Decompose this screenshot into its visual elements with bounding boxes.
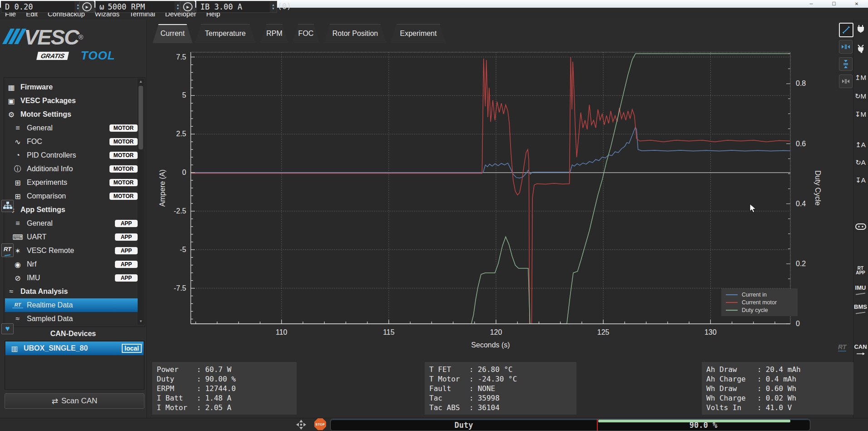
sidebar-item-realtime-data[interactable]: RTRealtime Data	[5, 298, 138, 312]
svg-text:0.6: 0.6	[796, 140, 806, 148]
svg-text:0.4: 0.4	[796, 200, 806, 208]
duty-step-spinbox[interactable]: D 0.20 ▲▼	[1, 1, 82, 13]
sidebar-item-experiments[interactable]: ⊞ExperimentsMOTOR	[5, 176, 138, 189]
legend-line-duty-cycle	[726, 310, 738, 311]
scrollbar-thumb[interactable]	[139, 86, 143, 149]
telemetry-panel-temps: T FET:26.80 °C T Motor:-24.30 °C Fault:N…	[425, 362, 576, 415]
stop-sign-icon: STOP	[314, 418, 326, 430]
tab-experiment[interactable]: Experiment	[391, 24, 446, 43]
svg-text:-5: -5	[180, 246, 186, 253]
arrow-right-icon	[856, 352, 865, 356]
tab-temperature[interactable]: Temperature	[195, 24, 256, 43]
spin-arrows[interactable]: ▲▼	[270, 1, 277, 12]
duty-slider-value: 90.0 %	[597, 419, 810, 431]
duty-slider-label: Duty	[331, 419, 597, 431]
gamepad-icon[interactable]	[853, 223, 868, 231]
svg-text:0.2: 0.2	[796, 260, 806, 268]
vesc-logo: VESC ® GRATIS TOOL	[6, 26, 143, 63]
sidebar-item-app-general[interactable]: ≡GeneralAPP	[5, 217, 138, 230]
svg-text:Seconds (s): Seconds (s)	[471, 341, 510, 349]
sidebar-item-nrf[interactable]: ◉NrfAPP	[5, 258, 138, 271]
close-button[interactable]: ✕	[845, 0, 868, 8]
duty-slider[interactable]: Duty 90.0 %	[330, 419, 810, 431]
legend-line-current-in	[726, 294, 738, 295]
read-app-config-button[interactable]: ↥A	[853, 141, 868, 149]
scroll-down-icon[interactable]: ▼	[138, 318, 144, 325]
telemetry-panel-energy: Ah Draw:20.4 mAh Ah Charge:0.4 mAh Wh Dr…	[702, 362, 853, 415]
rpm-spinbox[interactable]: ω 5000 RPM ▲▼	[95, 1, 182, 13]
sidebar-item-pid-controllers[interactable]: ◔PID ControllersMOTOR	[5, 149, 138, 162]
write-motor-config-button[interactable]: ↧M	[853, 110, 868, 119]
sidebar-item-app-settings[interactable]: ⇉App Settings	[5, 203, 138, 217]
can-forward-button[interactable]: CAN	[853, 343, 868, 357]
gauge-icon: ◔	[12, 151, 23, 159]
scan-can-button[interactable]: ⇄ Scan CAN	[5, 393, 144, 409]
network-nodes-icon	[3, 201, 13, 210]
svg-text:5: 5	[182, 91, 186, 99]
bms-wave-icon	[856, 310, 865, 314]
reload-motor-config-button[interactable]: ↻M	[853, 92, 868, 100]
sidebar-item-vesc-packages[interactable]: ▣VESC Packages	[5, 94, 138, 108]
fit-x-button[interactable]	[839, 74, 853, 88]
play-icon: ▶	[82, 2, 92, 11]
zoom-y-button[interactable]	[839, 57, 853, 71]
scroll-up-icon[interactable]: ▲	[138, 79, 144, 85]
realtime-chart[interactable]: 1101151201251307.552.50-2.5-5-7.50.80.60…	[152, 43, 838, 361]
stator-gear-icon: ⚙	[6, 110, 17, 119]
sidebar-item-firmware[interactable]: ▦Firmware	[5, 80, 138, 94]
calculator-icon: ⊞	[12, 178, 23, 187]
sidebar-item-motor-general[interactable]: ≡GeneralMOTOR	[5, 121, 138, 135]
zoom-x-button[interactable]	[839, 40, 853, 54]
can-network-button[interactable]	[1, 200, 14, 212]
connect-plug-icon[interactable]	[853, 24, 868, 35]
svg-text:2.5: 2.5	[176, 130, 186, 138]
package-box-icon: ▣	[6, 97, 17, 105]
vesc-tool-window: { "window": {"title":"VESC Tool","minimi…	[0, 0, 868, 431]
minimize-button[interactable]: ─	[800, 0, 823, 8]
keyboard-control-button[interactable]	[295, 419, 307, 431]
logo-registered: ®	[79, 34, 83, 41]
logo-brand: VESC	[24, 26, 79, 48]
svg-text:Ampere (A): Ampere (A)	[159, 169, 166, 207]
waveform-icon: ≈	[6, 287, 17, 296]
collapse-horizontal-icon	[841, 77, 850, 86]
run-rpm-button[interactable]: ▶	[180, 1, 195, 13]
horizontal-arrows-icon	[841, 42, 850, 51]
sidebar-item-sampled-data[interactable]: ≈Sampled Data	[5, 312, 138, 326]
maximize-button[interactable]: ☐	[823, 0, 845, 8]
zoom-xy-button[interactable]	[839, 23, 853, 37]
sidebar-scrollbar[interactable]: ▲ ▼	[138, 79, 144, 325]
emergency-stop-button[interactable]: STOP	[314, 418, 326, 430]
sidebar-item-comparison[interactable]: ⊞ComparisonMOTOR	[5, 189, 138, 203]
sidebar-item-additional-info[interactable]: ⓘAdditional InfoMOTOR	[5, 162, 138, 176]
bms-data-button[interactable]: BMS	[853, 303, 868, 313]
reload-app-config-button[interactable]: ↻A	[853, 159, 868, 167]
run-duty-button[interactable]: ▶	[79, 1, 94, 13]
sidebar-item-uart[interactable]: ⌨UARTAPP	[5, 230, 138, 244]
imu-data-button[interactable]: IMU	[853, 284, 868, 294]
tab-current[interactable]: Current	[153, 24, 193, 43]
rt-watermark-icon: RT	[838, 343, 846, 352]
read-motor-config-button[interactable]: ↥M	[853, 74, 868, 82]
sidebar-item-motor-settings[interactable]: ⚙Motor Settings	[5, 108, 138, 121]
sliders-icon: ≡	[12, 124, 23, 132]
heart-button[interactable]: ♥	[1, 323, 14, 334]
svg-text:7.5: 7.5	[176, 53, 186, 61]
disconnect-plug-icon[interactable]	[853, 44, 868, 55]
sidebar-item-imu[interactable]: ⊘IMUAPP	[5, 271, 138, 285]
write-app-config-button[interactable]: ↧A	[853, 176, 868, 184]
svg-text:Duty Cycle: Duty Cycle	[814, 170, 822, 205]
current-spinbox[interactable]: IB 3.00 A ▲▼	[196, 1, 277, 13]
sidebar-nav-list: ▦Firmware ▣VESC Packages ⚙Motor Settings…	[4, 77, 145, 327]
tab-rotor-position[interactable]: Rotor Position	[324, 24, 387, 43]
svg-text:0: 0	[182, 168, 186, 176]
sidebar-item-data-analysis[interactable]: ≈Data Analysis	[5, 285, 138, 298]
realtime-app-data-button[interactable]: RT APP	[853, 266, 868, 275]
sidebar-item-vesc-remote[interactable]: ✶VESC RemoteAPP	[5, 244, 138, 258]
release-motor-button[interactable]: (0)	[276, 1, 293, 12]
realtime-data-toolbar-button[interactable]: RT	[1, 243, 14, 257]
can-device-row[interactable]: ▥ UBOX_SINGLE_80 local	[5, 342, 144, 355]
arrow-cross-icon	[295, 419, 307, 431]
firmware-chip-icon: ▦	[6, 83, 17, 92]
sidebar-item-foc[interactable]: ∿FOCMOTOR	[5, 135, 138, 149]
